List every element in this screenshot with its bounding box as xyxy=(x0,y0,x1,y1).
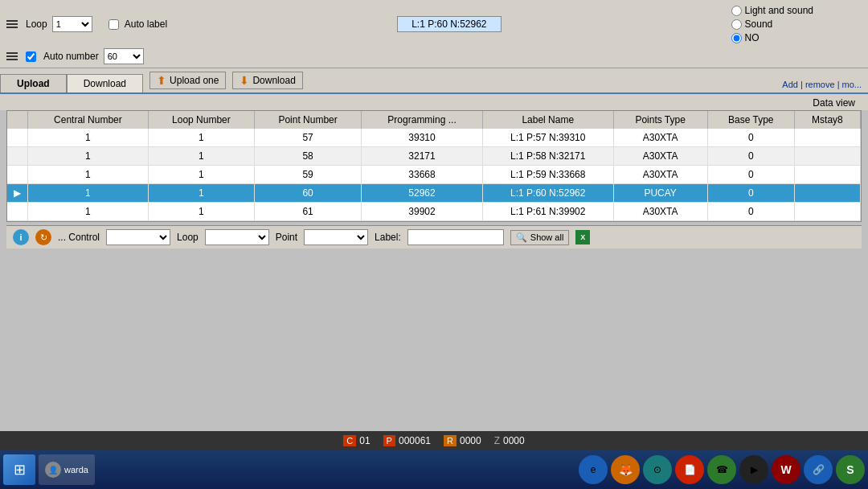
table-row[interactable]: ▶116052962L:1 P:60 N:52962PUCAY0 xyxy=(7,184,861,203)
row-arrow xyxy=(7,203,28,221)
cell-label: L:1 P:57 N:39310 xyxy=(482,129,613,147)
taskbar-s-icon[interactable]: S xyxy=(836,455,865,484)
col-points-type: Points Type xyxy=(613,111,707,129)
show-all-label: Show all xyxy=(530,232,564,242)
download-icon: ⬇ xyxy=(240,74,249,87)
cell-type: A30XTA xyxy=(613,147,707,166)
cell-mstay xyxy=(794,147,860,166)
col-loop-number: Loop Number xyxy=(148,111,254,129)
status-r-label: R xyxy=(444,435,457,446)
tab-upload[interactable]: Upload xyxy=(0,74,67,92)
table-row[interactable]: 116139902L:1 P:61 N:39902A30XTA0 xyxy=(7,203,861,221)
radio-sound[interactable]: Sound xyxy=(731,18,813,30)
refresh-icon[interactable]: ↻ xyxy=(35,229,51,245)
auto-label-checkbox[interactable] xyxy=(108,19,119,30)
label-filter-input[interactable] xyxy=(407,229,504,245)
cell-base: 0 xyxy=(707,203,794,221)
cell-mstay xyxy=(794,203,860,221)
cell-programming: 32171 xyxy=(362,147,483,166)
programming-number-display: L:1 P:60 N:52962 xyxy=(397,16,502,32)
excel-icon[interactable]: X xyxy=(575,230,590,244)
info-icon[interactable]: i xyxy=(13,229,29,245)
taskbar-ie-icon[interactable]: e xyxy=(579,455,608,484)
col-mstay: Mstay8 xyxy=(794,111,860,129)
col-label-name: Label Name xyxy=(482,111,613,129)
download-button[interactable]: ⬇ Download xyxy=(232,72,302,89)
cell-mstay xyxy=(794,129,860,147)
cell-loop: 1 xyxy=(148,184,254,203)
user-label: warda xyxy=(64,465,88,475)
taskbar-media-icon[interactable]: ▶ xyxy=(739,455,768,484)
col-central-number: Central Number xyxy=(28,111,149,129)
cell-label: L:1 P:59 N:33668 xyxy=(482,166,613,184)
filter-bar: i ↻ ... Control Loop Point Label: 🔍 Show… xyxy=(6,225,862,249)
cell-central: 1 xyxy=(28,203,149,221)
control-label: ... Control xyxy=(58,232,100,243)
point-filter-select[interactable] xyxy=(304,229,368,245)
row-arrow xyxy=(7,147,28,166)
show-all-button[interactable]: 🔍 Show all xyxy=(510,230,570,245)
cell-loop: 1 xyxy=(148,129,254,147)
cell-label: L:1 P:58 N:32171 xyxy=(482,147,613,166)
status-p: P 000061 xyxy=(383,435,431,446)
upload-one-button[interactable]: ⬆ Upload one xyxy=(149,72,226,89)
cell-loop: 1 xyxy=(148,147,254,166)
table-row[interactable]: 115933668L:1 P:59 N:33668A30XTA0 xyxy=(7,166,861,184)
table-row[interactable]: 115832171L:1 P:58 N:32171A30XTA0 xyxy=(7,147,861,166)
taskbar-phone-icon[interactable]: ☎ xyxy=(707,455,736,484)
cell-type: PUCAY xyxy=(613,184,707,203)
auto-number-checkbox[interactable] xyxy=(26,51,36,62)
radio-light-sound[interactable]: Light and sound xyxy=(731,5,813,16)
cell-label: L:1 P:60 N:52962 xyxy=(482,184,613,203)
auto-number-label: Auto number xyxy=(43,51,99,62)
table-header-row: Central Number Loop Number Point Number … xyxy=(7,111,861,129)
data-table: Central Number Loop Number Point Number … xyxy=(7,111,861,221)
show-all-icon: 🔍 xyxy=(516,232,527,243)
cell-programming: 52962 xyxy=(362,184,483,203)
loop-row: Loop 1 xyxy=(6,16,92,32)
cell-programming: 39902 xyxy=(362,203,483,221)
radio-label-light-sound: Light and sound xyxy=(745,5,813,16)
radio-no[interactable]: NO xyxy=(731,32,813,43)
status-z-label: Z xyxy=(494,435,500,446)
col-base-type: Base Type xyxy=(707,111,794,129)
label-filter-label: Label: xyxy=(375,232,401,243)
data-view-label: Data view xyxy=(6,97,862,110)
taskbar-chrome-icon[interactable]: ⊙ xyxy=(643,455,672,484)
loop-select[interactable]: 1 xyxy=(52,16,92,32)
taskbar-w-icon[interactable]: W xyxy=(772,455,800,484)
cell-loop: 1 xyxy=(148,203,254,221)
tab-download[interactable]: Download xyxy=(67,74,143,92)
upload-one-label: Upload one xyxy=(170,75,219,86)
status-r: R 0000 xyxy=(444,435,481,446)
cell-point: 59 xyxy=(255,166,362,184)
status-p-label: P xyxy=(383,435,395,446)
taskbar-share-icon[interactable]: 🔗 xyxy=(804,455,833,484)
taskbar-right: e 🦊 ⊙ 📄 ☎ ▶ W 🔗 S xyxy=(579,455,865,484)
cell-central: 1 xyxy=(28,147,149,166)
taskbar-app-user[interactable]: 👤 warda xyxy=(39,454,95,485)
radio-label-sound: Sound xyxy=(745,18,773,30)
taskbar-firefox-icon[interactable]: 🦊 xyxy=(611,455,640,484)
row-arrow xyxy=(7,166,28,184)
auto-label-row: Auto label xyxy=(108,18,167,30)
taskbar-pdf-icon[interactable]: 📄 xyxy=(675,455,704,484)
add-remove-text: Add | remove | mo... xyxy=(782,80,862,89)
start-button[interactable]: ⊞ xyxy=(3,454,35,485)
loop-filter-select[interactable] xyxy=(205,229,269,245)
col-programming: Programming ... xyxy=(362,111,483,129)
cell-mstay xyxy=(794,166,860,184)
cell-central: 1 xyxy=(28,129,149,147)
radio-group: Light and sound Sound NO xyxy=(731,5,813,43)
download-btn-label: Download xyxy=(252,75,295,86)
cell-programming: 33668 xyxy=(362,166,483,184)
user-avatar: 👤 xyxy=(45,462,61,478)
taskbar: ⊞ 👤 warda e 🦊 ⊙ 📄 ☎ ▶ W 🔗 S xyxy=(0,450,868,489)
cell-type: A30XTA xyxy=(613,166,707,184)
auto-number-select[interactable]: 60 xyxy=(104,48,144,64)
control-select[interactable] xyxy=(106,229,170,245)
status-c: C 01 xyxy=(343,435,370,446)
cell-point: 57 xyxy=(255,129,362,147)
table-row[interactable]: 115739310L:1 P:57 N:39310A30XTA0 xyxy=(7,129,861,147)
cell-point: 58 xyxy=(255,147,362,166)
